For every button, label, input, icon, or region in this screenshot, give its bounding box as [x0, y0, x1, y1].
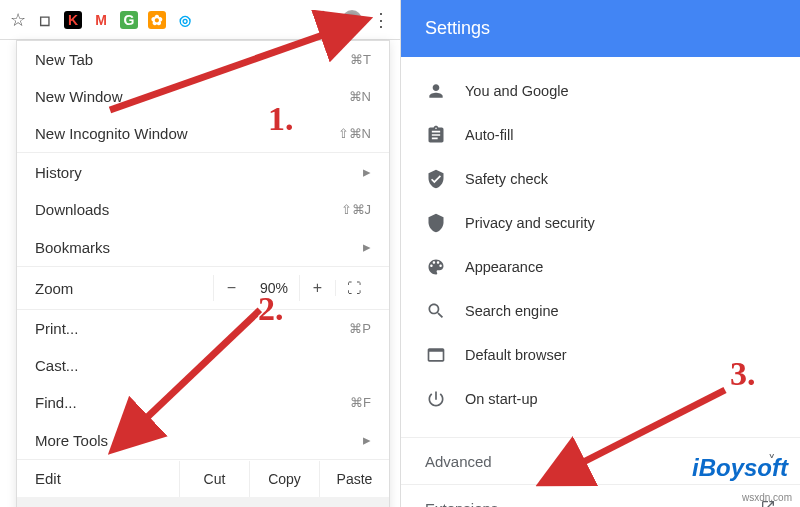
- menu-downloads[interactable]: Downloads ⇧⌘J: [17, 191, 389, 228]
- extensions-puzzle-icon[interactable]: [316, 10, 332, 30]
- chevron-right-icon: ▸: [363, 163, 371, 181]
- extension-icon-1[interactable]: ◻: [36, 11, 54, 29]
- extension-icon-2[interactable]: K: [64, 11, 82, 29]
- shield-check-icon: [425, 168, 447, 190]
- chrome-dropdown-menu: New Tab ⌘T New Window ⌘N New Incognito W…: [16, 40, 390, 507]
- menu-label: More Tools: [35, 432, 108, 449]
- person-icon: [425, 80, 447, 102]
- profile-avatar-icon[interactable]: [342, 10, 362, 30]
- more-menu-button[interactable]: ⋮: [372, 11, 390, 29]
- menu-label: New Window: [35, 88, 123, 105]
- settings-privacy[interactable]: Privacy and security: [401, 201, 800, 245]
- label: On start-up: [465, 391, 538, 407]
- settings-you-and-google[interactable]: You and Google: [401, 69, 800, 113]
- label: You and Google: [465, 83, 568, 99]
- settings-extensions[interactable]: Extensions: [401, 484, 800, 507]
- shortcut: ⌘N: [349, 89, 371, 104]
- menu-bookmarks[interactable]: Bookmarks ▸: [17, 228, 389, 266]
- settings-search-engine[interactable]: Search engine: [401, 289, 800, 333]
- zoom-in-button[interactable]: +: [299, 275, 335, 301]
- menu-history[interactable]: History ▸: [17, 153, 389, 191]
- menu-edit: Edit Cut Copy Paste: [17, 459, 389, 497]
- menu-print[interactable]: Print... ⌘P: [17, 310, 389, 347]
- settings-appearance[interactable]: Appearance: [401, 245, 800, 289]
- extension-icon-6[interactable]: ◎: [176, 11, 194, 29]
- menu-label: Find...: [35, 394, 77, 411]
- chrome-settings-pane: Settings You and Google Auto-fill Safety…: [400, 0, 800, 507]
- browser-icon: [425, 344, 447, 366]
- label: Privacy and security: [465, 215, 595, 231]
- settings-advanced[interactable]: Advanced ˅: [401, 437, 800, 484]
- label: Safety check: [465, 171, 548, 187]
- search-icon: [425, 300, 447, 322]
- extension-icon-5[interactable]: ✿: [148, 11, 166, 29]
- shield-icon: [425, 212, 447, 234]
- zoom-value: 90%: [249, 280, 299, 296]
- paste-button[interactable]: Paste: [319, 461, 389, 497]
- copy-button[interactable]: Copy: [249, 461, 319, 497]
- menu-zoom: Zoom − 90% + ⛶: [17, 267, 389, 309]
- chevron-right-icon: ▸: [363, 431, 371, 449]
- label: Advanced: [425, 453, 492, 470]
- power-icon: [425, 388, 447, 410]
- menu-label: Bookmarks: [35, 239, 110, 256]
- menu-new-incognito[interactable]: New Incognito Window ⇧⌘N: [17, 115, 389, 152]
- cut-button[interactable]: Cut: [179, 461, 249, 497]
- menu-label: Cast...: [35, 357, 78, 374]
- menu-label: New Tab: [35, 51, 93, 68]
- clipboard-icon: [425, 124, 447, 146]
- browser-toolbar: ☆ ◻ K M G ✿ ◎ ⋮: [0, 0, 400, 40]
- chevron-right-icon: ▸: [363, 238, 371, 256]
- settings-autofill[interactable]: Auto-fill: [401, 113, 800, 157]
- palette-icon: [425, 256, 447, 278]
- chevron-down-icon: ˅: [768, 452, 776, 470]
- settings-header: Settings: [401, 0, 800, 57]
- shortcut: ⌘P: [349, 321, 371, 336]
- zoom-out-button[interactable]: −: [213, 275, 249, 301]
- bookmark-star-icon[interactable]: ☆: [10, 9, 26, 31]
- external-link-icon: [760, 499, 776, 507]
- label: Search engine: [465, 303, 559, 319]
- chrome-menu-pane: ☆ ◻ K M G ✿ ◎ ⋮ New Tab ⌘T New Window ⌘N…: [0, 0, 400, 507]
- menu-label: History: [35, 164, 82, 181]
- label: Default browser: [465, 347, 567, 363]
- settings-nav: You and Google Auto-fill Safety check Pr…: [401, 57, 800, 433]
- zoom-label: Zoom: [35, 280, 213, 297]
- settings-safety-check[interactable]: Safety check: [401, 157, 800, 201]
- edit-label: Edit: [35, 460, 179, 497]
- menu-label: Downloads: [35, 201, 109, 218]
- fullscreen-button[interactable]: ⛶: [335, 280, 371, 296]
- menu-new-window[interactable]: New Window ⌘N: [17, 78, 389, 115]
- settings-default-browser[interactable]: Default browser: [401, 333, 800, 377]
- menu-label: Print...: [35, 320, 78, 337]
- shortcut: ⇧⌘N: [338, 126, 371, 141]
- menu-more-tools[interactable]: More Tools ▸: [17, 421, 389, 459]
- label: Extensions: [425, 500, 498, 507]
- menu-cast[interactable]: Cast...: [17, 347, 389, 384]
- label: Appearance: [465, 259, 543, 275]
- extension-icon-3[interactable]: M: [92, 11, 110, 29]
- shortcut: ⌘T: [350, 52, 371, 67]
- label: Auto-fill: [465, 127, 513, 143]
- menu-find[interactable]: Find... ⌘F: [17, 384, 389, 421]
- menu-new-tab[interactable]: New Tab ⌘T: [17, 41, 389, 78]
- shortcut: ⌘F: [350, 395, 371, 410]
- extension-icon-4[interactable]: G: [120, 11, 138, 29]
- menu-settings[interactable]: Settings ⌘,: [17, 497, 389, 507]
- menu-label: New Incognito Window: [35, 125, 188, 142]
- settings-on-startup[interactable]: On start-up: [401, 377, 800, 421]
- shortcut: ⇧⌘J: [341, 202, 372, 217]
